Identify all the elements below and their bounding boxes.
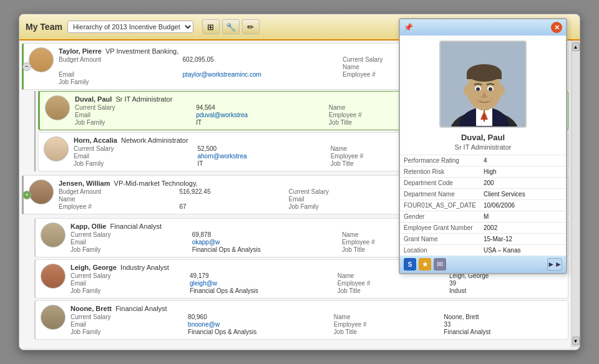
wrench-icon-btn[interactable]: 🔧 <box>222 19 240 34</box>
lbl-salary-duval: Current Salary <box>75 104 191 111</box>
val-budget-taylor: 602,095.05 <box>183 56 338 63</box>
val-salary-duval: 94,564 <box>196 104 324 111</box>
detail-field-value: 2002 <box>480 223 566 234</box>
val-jobfam-duval: IT <box>196 119 324 126</box>
lbl-empnum-noone: Employee # <box>334 321 439 328</box>
svg-point-15 <box>499 85 505 95</box>
avatar-taylor <box>29 47 54 72</box>
list-scrollbar[interactable]: ▲ ▼ <box>571 41 580 347</box>
val-jobfam-leigh: Financial Ops & Analysis <box>190 287 333 294</box>
edit-icon-btn[interactable]: ✏ <box>242 19 260 34</box>
lbl-salary-leigh: Current Salary <box>71 272 185 279</box>
detail-field-label: FOUR01K_AS_OF_DATE <box>400 200 480 211</box>
lbl-email-noone: Email <box>71 321 183 328</box>
detail-field-row: Employee Grant Number2002 <box>400 223 566 234</box>
team-view-dropdown[interactable]: Hierarchy of 2013 Incentive Budget <box>67 21 193 33</box>
detail-field-value: 4 <box>480 155 566 166</box>
val-jobtitle-leigh: Indust <box>449 287 563 294</box>
detail-panel-header: 📌 ✕ <box>400 19 566 36</box>
header-title: My Team <box>26 22 62 32</box>
detail-field-value: USA – Kanas <box>480 245 566 256</box>
detail-footer-icons: S ★ ✉ <box>404 258 446 271</box>
detail-field-value: 15-Mar-12 <box>480 234 566 245</box>
val-jobfam-kapp: Financial Ops & Analysis <box>192 246 337 253</box>
scroll-up-btn[interactable]: ▲ <box>572 42 580 51</box>
grid-icon-btn[interactable]: ⊞ <box>202 19 220 34</box>
email-icon: ✉ <box>437 260 443 269</box>
star-icon-btn[interactable]: ★ <box>419 258 431 271</box>
grid-icon: ⊞ <box>207 22 214 32</box>
detail-field-value: 200 <box>480 178 566 189</box>
lbl-jobfam-duval: Job Family <box>75 119 191 126</box>
val-email-kapp: okapp@w <box>192 239 337 246</box>
main-window: My Team Hierarchy of 2013 Incentive Budg… <box>19 14 580 350</box>
lbl-salary-jensen: Current Salary <box>289 188 402 195</box>
edit-icon: ✏ <box>247 22 254 32</box>
avatar-jensen <box>29 180 54 204</box>
pin-icon[interactable]: 📌 <box>404 23 413 32</box>
detail-field-row: Department NameClient Services <box>400 189 566 200</box>
lbl-jobfam-taylor: Job Family <box>59 79 178 85</box>
detail-photo-svg <box>441 42 527 128</box>
lbl-jobtitle-noone: Job Title <box>334 328 439 335</box>
lbl-email-duval: Email <box>75 112 191 118</box>
detail-field-row: Retention RiskHigh <box>400 166 566 178</box>
detail-footer: S ★ ✉ ►► <box>400 256 566 273</box>
collapse-btn-taylor[interactable]: − <box>22 62 31 71</box>
employee-card-noone[interactable]: Noone, Brett Financial Analyst Current S… <box>34 300 568 340</box>
emp-name-noone: Noone, Brett Financial Analyst <box>71 305 563 312</box>
lbl-budget-jensen: Budget Amount <box>59 188 174 195</box>
lbl-empnum-jensen: Employee # <box>59 203 174 210</box>
avatar-kapp <box>41 223 66 247</box>
salesforce-icon-btn[interactable]: S <box>404 258 416 271</box>
detail-panel: 📌 ✕ <box>399 18 567 274</box>
detail-field-label: Retention Risk <box>400 166 480 178</box>
detail-field-row: FOUR01K_AS_OF_DATE10/06/2006 <box>400 200 566 211</box>
lbl-jobfam-kapp: Job Family <box>71 246 187 253</box>
val-salary-noone: 80,960 <box>188 314 329 320</box>
val-salary-leigh: 49,179 <box>190 272 333 279</box>
detail-field-label: Department Name <box>400 189 480 200</box>
detail-close-btn[interactable]: ✕ <box>551 22 562 33</box>
emp-details-leigh: Current Salary 49,179 Name Leigh, George… <box>71 272 563 294</box>
lbl-jobfam-leigh: Job Family <box>71 287 185 294</box>
avatar-duval <box>45 95 70 120</box>
detail-title: Sr IT Administrator <box>400 143 566 155</box>
star-icon: ★ <box>422 260 429 269</box>
email-icon-btn[interactable]: ✉ <box>434 258 446 271</box>
val-salary-kapp: 69,878 <box>192 231 337 238</box>
val-name-jensen <box>179 196 283 203</box>
val-jobfam-noone: Financial Ops & Analysis <box>188 328 329 335</box>
detail-field-label: Gender <box>400 211 480 223</box>
svg-rect-9 <box>467 73 502 79</box>
detail-field-value: Client Services <box>480 189 566 200</box>
val-salary-horn: 52,500 <box>198 145 326 152</box>
lbl-email-taylor: Email <box>59 71 178 78</box>
val-email-leigh: gleigh@w <box>190 280 333 287</box>
val-empnum-leigh: 39 <box>449 280 563 287</box>
salesforce-icon: S <box>408 261 412 268</box>
val-empnum-noone: 33 <box>444 321 563 328</box>
detail-nav-btn[interactable]: ►► <box>547 258 562 271</box>
detail-field-row: Department Code200 <box>400 178 566 189</box>
emp-info-noone: Noone, Brett Financial Analyst Current S… <box>71 305 563 335</box>
detail-field-label: Grant Name <box>400 234 480 245</box>
scroll-down-btn[interactable]: ▼ <box>572 337 580 345</box>
detail-photo <box>439 41 527 128</box>
lbl-budget-taylor: Budget Amount <box>59 56 178 63</box>
svg-point-13 <box>489 87 492 91</box>
wrench-icon: 🔧 <box>226 22 236 32</box>
lbl-email-horn: Email <box>74 153 193 160</box>
detail-field-row: Grant Name15-Mar-12 <box>400 234 566 245</box>
lbl-jobfam-jensen: Job Family <box>289 203 402 210</box>
detail-field-row: Performance Rating4 <box>400 155 566 166</box>
avatar-horn <box>44 136 69 161</box>
detail-field-value: 10/06/2006 <box>480 200 566 211</box>
lbl-salary-horn: Current Salary <box>74 145 193 152</box>
detail-name: Duval, Paul <box>400 133 566 143</box>
svg-point-12 <box>476 87 480 91</box>
val-jobtitle-noone: Financial Analyst <box>444 328 563 335</box>
val-empnum-jensen: 67 <box>179 203 283 210</box>
detail-field-row: LocationUSA – Kanas <box>400 245 566 256</box>
expand-btn-jensen[interactable]: + <box>22 191 31 199</box>
